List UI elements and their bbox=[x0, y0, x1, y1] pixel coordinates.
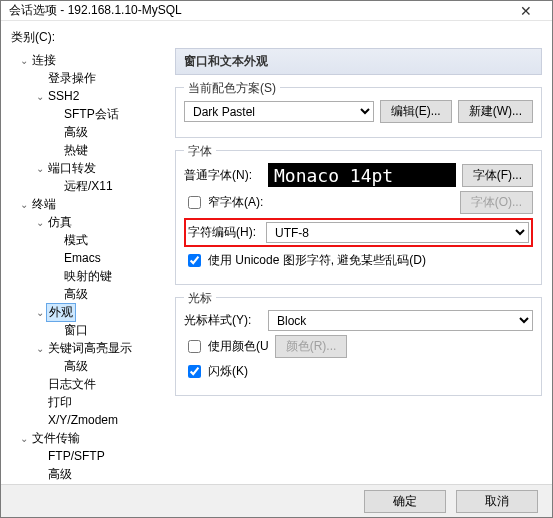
tree-item-label: 连接 bbox=[30, 52, 58, 69]
chevron-down-icon[interactable]: ⌄ bbox=[34, 91, 46, 102]
tree-item[interactable]: 模式 bbox=[12, 231, 168, 249]
narrow-font-checkbox[interactable]: 窄字体(A): bbox=[184, 193, 263, 212]
tree-item[interactable]: 高级 bbox=[12, 285, 168, 303]
tree-item[interactable]: Emacs bbox=[12, 249, 168, 267]
tree-item[interactable]: 日志文件 bbox=[12, 375, 168, 393]
tree-item-label: SFTP会话 bbox=[62, 106, 121, 123]
tree-item-label: 文件传输 bbox=[30, 430, 82, 447]
tree-item[interactable]: 高级 bbox=[12, 357, 168, 375]
new-scheme-button[interactable]: 新建(W)... bbox=[458, 100, 533, 123]
chevron-down-icon[interactable]: ⌄ bbox=[34, 343, 46, 354]
tree-item[interactable]: ⌄关键词高亮显示 bbox=[12, 339, 168, 357]
color-scheme-select[interactable]: Dark Pastel bbox=[184, 101, 374, 122]
tree-item[interactable]: ⌄连接 bbox=[12, 51, 168, 69]
tree-item-label: FTP/SFTP bbox=[46, 449, 107, 463]
tree-item[interactable]: 高级 bbox=[12, 123, 168, 141]
tree-item[interactable]: 窗口 bbox=[12, 321, 168, 339]
tree-item-label: X/Y/Zmodem bbox=[46, 413, 120, 427]
cursor-style-label: 光标样式(Y): bbox=[184, 312, 262, 329]
encoding-highlight: 字符编码(H): UTF-8 bbox=[184, 218, 533, 247]
tree-item[interactable]: SFTP会话 bbox=[12, 105, 168, 123]
font-button[interactable]: 字体(F)... bbox=[462, 164, 533, 187]
chevron-down-icon[interactable]: ⌄ bbox=[34, 163, 46, 174]
tree-item-label: 日志文件 bbox=[46, 376, 98, 393]
color-scheme-group: 当前配色方案(S) Dark Pastel 编辑(E)... 新建(W)... bbox=[175, 87, 542, 138]
window-title: 会话选项 - 192.168.1.10-MySQL bbox=[9, 2, 508, 19]
use-color-checkbox[interactable]: 使用颜色(U bbox=[184, 337, 269, 356]
tree-item-label: 高级 bbox=[62, 124, 90, 141]
tree-item-label: 高级 bbox=[62, 286, 90, 303]
group-title-fonts: 字体 bbox=[184, 143, 216, 160]
tree-item-label: 远程/X11 bbox=[62, 178, 115, 195]
tree-item[interactable]: FTP/SFTP bbox=[12, 447, 168, 465]
chevron-down-icon[interactable]: ⌄ bbox=[18, 199, 30, 210]
chevron-down-icon[interactable]: ⌄ bbox=[18, 433, 30, 444]
unicode-graphics-checkbox[interactable]: 使用 Unicode 图形字符, 避免某些乱码(D) bbox=[184, 251, 426, 270]
edit-scheme-button[interactable]: 编辑(E)... bbox=[380, 100, 452, 123]
category-label: 类别(C): bbox=[11, 29, 542, 46]
fonts-group: 字体 普通字体(N): Monaco 14pt 字体(F)... 窄字体(A):… bbox=[175, 150, 542, 285]
tree-item-label: Emacs bbox=[62, 251, 103, 265]
tree-item[interactable]: ⌄SSH2 bbox=[12, 87, 168, 105]
chevron-down-icon[interactable]: ⌄ bbox=[18, 55, 30, 66]
chevron-down-icon[interactable]: ⌄ bbox=[34, 217, 46, 228]
use-color-input[interactable] bbox=[188, 340, 201, 353]
tree-item[interactable]: 高级 bbox=[12, 465, 168, 483]
close-icon[interactable]: ✕ bbox=[508, 3, 544, 19]
tree-item[interactable]: 热键 bbox=[12, 141, 168, 159]
group-title-scheme: 当前配色方案(S) bbox=[184, 80, 280, 97]
dialog-footer: 确定 取消 bbox=[1, 484, 552, 517]
narrow-font-input[interactable] bbox=[188, 196, 201, 209]
unicode-graphics-input[interactable] bbox=[188, 254, 201, 267]
encoding-select[interactable]: UTF-8 bbox=[266, 222, 529, 243]
blink-checkbox[interactable]: 闪烁(K) bbox=[184, 362, 248, 381]
tree-item[interactable]: ⌄外观 bbox=[12, 303, 168, 321]
tree-item-label: 模式 bbox=[62, 232, 90, 249]
tree-item[interactable]: ⌄端口转发 bbox=[12, 159, 168, 177]
narrow-font-button: 字体(O)... bbox=[460, 191, 533, 214]
tree-item-label: 外观 bbox=[46, 303, 76, 322]
cursor-group: 光标 光标样式(Y): Block 使用颜色(U 颜色(R)... bbox=[175, 297, 542, 396]
tree-item[interactable]: 远程/X11 bbox=[12, 177, 168, 195]
cancel-button[interactable]: 取消 bbox=[456, 490, 538, 513]
tree-item-label: 热键 bbox=[62, 142, 90, 159]
tree-item-label: 端口转发 bbox=[46, 160, 98, 177]
category-tree[interactable]: ⌄连接登录操作⌄SSH2SFTP会话高级热键⌄端口转发远程/X11⌄终端⌄仿真模… bbox=[11, 48, 169, 484]
tree-item[interactable]: ⌄仿真 bbox=[12, 213, 168, 231]
tree-item-label: 映射的键 bbox=[62, 268, 114, 285]
tree-item-label: 终端 bbox=[30, 196, 58, 213]
tree-item[interactable]: 登录操作 bbox=[12, 69, 168, 87]
tree-item[interactable]: ⌄终端 bbox=[12, 195, 168, 213]
tree-item[interactable]: ⌄文件传输 bbox=[12, 429, 168, 447]
tree-item-label: 关键词高亮显示 bbox=[46, 340, 134, 357]
tree-item-label: 登录操作 bbox=[46, 70, 98, 87]
chevron-down-icon[interactable]: ⌄ bbox=[34, 307, 46, 318]
cursor-color-button: 颜色(R)... bbox=[275, 335, 348, 358]
titlebar: 会话选项 - 192.168.1.10-MySQL ✕ bbox=[1, 1, 552, 21]
tree-item-label: 窗口 bbox=[62, 322, 90, 339]
tree-item[interactable]: 打印 bbox=[12, 393, 168, 411]
ok-button[interactable]: 确定 bbox=[364, 490, 446, 513]
tree-item-label: 打印 bbox=[46, 394, 74, 411]
normal-font-label: 普通字体(N): bbox=[184, 167, 262, 184]
blink-input[interactable] bbox=[188, 365, 201, 378]
tree-item[interactable]: 映射的键 bbox=[12, 267, 168, 285]
encoding-label: 字符编码(H): bbox=[188, 224, 260, 241]
tree-item[interactable]: X/Y/Zmodem bbox=[12, 411, 168, 429]
group-title-cursor: 光标 bbox=[184, 290, 216, 307]
tree-item-label: 高级 bbox=[46, 466, 74, 483]
panel-heading: 窗口和文本外观 bbox=[175, 48, 542, 75]
cursor-style-select[interactable]: Block bbox=[268, 310, 533, 331]
tree-item-label: 仿真 bbox=[46, 214, 74, 231]
font-preview: Monaco 14pt bbox=[268, 163, 456, 187]
tree-item-label: 高级 bbox=[62, 358, 90, 375]
tree-item-label: SSH2 bbox=[46, 89, 81, 103]
